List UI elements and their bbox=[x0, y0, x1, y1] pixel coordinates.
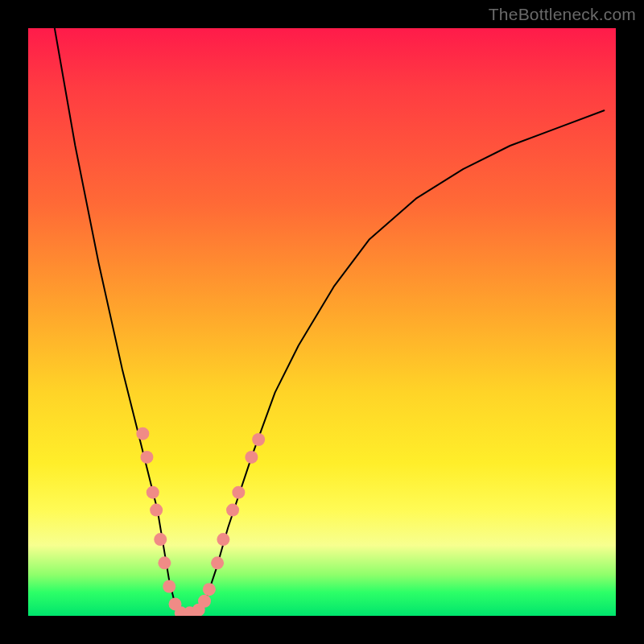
svg-point-15 bbox=[226, 504, 239, 517]
svg-point-12 bbox=[203, 583, 216, 596]
curve-line bbox=[55, 28, 605, 616]
marker-dots bbox=[136, 427, 265, 616]
svg-point-5 bbox=[158, 556, 171, 569]
svg-point-13 bbox=[211, 556, 224, 569]
watermark-text: TheBottleneck.com bbox=[489, 5, 636, 24]
svg-point-17 bbox=[245, 451, 258, 464]
svg-point-16 bbox=[232, 486, 245, 499]
svg-point-18 bbox=[252, 433, 265, 446]
svg-point-1 bbox=[140, 451, 153, 464]
chart-svg bbox=[28, 28, 616, 616]
svg-point-4 bbox=[154, 533, 167, 546]
svg-point-11 bbox=[198, 595, 211, 608]
svg-point-6 bbox=[163, 580, 175, 593]
chart-frame: TheBottleneck.com bbox=[0, 0, 644, 644]
svg-point-3 bbox=[150, 504, 163, 517]
svg-point-2 bbox=[147, 486, 159, 499]
svg-point-0 bbox=[136, 427, 149, 440]
plot-area bbox=[28, 28, 616, 616]
svg-point-14 bbox=[217, 533, 229, 546]
